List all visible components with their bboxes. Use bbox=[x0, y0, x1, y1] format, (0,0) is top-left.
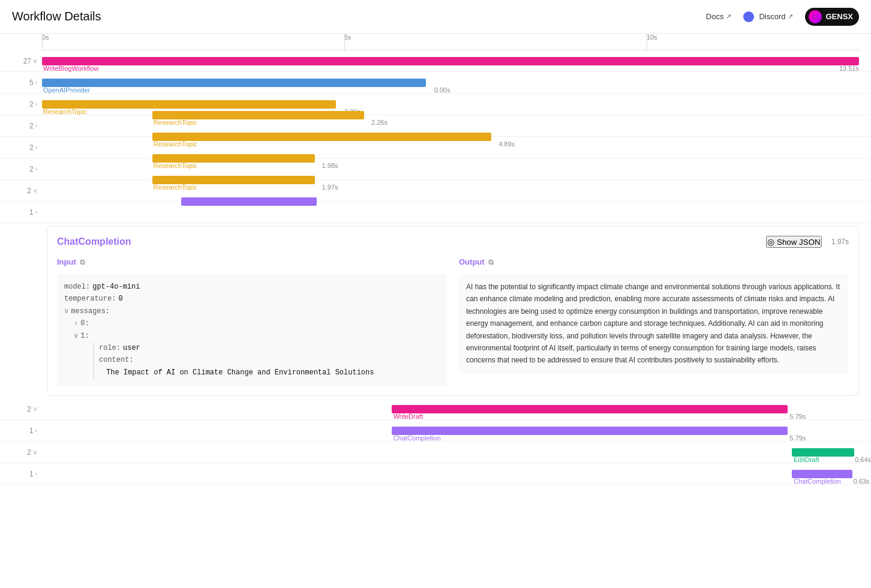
row-edit-draft[interactable]: 2 ∨ EditDraft 0.64s bbox=[0, 442, 871, 463]
eye-icon: ◎ bbox=[767, 237, 774, 247]
bar-duration-openai: 0.00s bbox=[434, 86, 450, 94]
docs-link[interactable]: Docs ↗ bbox=[706, 12, 732, 21]
input-content: model: gpt-4o-mini temperature: 0 ∨ mess… bbox=[57, 274, 447, 386]
track-rt5: ResearchTopic 1.97s bbox=[42, 180, 859, 201]
row-label-rt4: 2 › bbox=[0, 165, 42, 173]
chevron-right-icon-cc-wd: › bbox=[35, 427, 37, 434]
detail-panel-title: ChatCompletion bbox=[57, 236, 131, 247]
ruler-10s: 10s bbox=[647, 34, 657, 41]
track-wd: WriteDraft 5.79s bbox=[42, 398, 859, 419]
bar-rt1 bbox=[42, 100, 336, 109]
detail-output-col: Output ⧉ AI has the potential to signifi… bbox=[459, 257, 849, 386]
bar-name-rt4: ResearchTopic bbox=[154, 162, 197, 169]
msg-1: ∨ 1: role: user content: The Impact of bbox=[64, 330, 440, 379]
row-label-openai: 5 › bbox=[0, 79, 42, 87]
output-header: Output ⧉ bbox=[459, 257, 849, 266]
detail-panel: ChatCompletion ◎ Show JSON 1.97s Input ⧉… bbox=[47, 226, 859, 396]
app-header: Workflow Details Docs ↗ Discord ↗ GENSX bbox=[0, 0, 871, 34]
row-label-cc-sub: 1 › bbox=[0, 208, 42, 217]
msg-0: › 0: bbox=[64, 317, 440, 329]
chevron-down-icon-ed: ∨ bbox=[33, 449, 37, 455]
chevron-down-icon: ∨ bbox=[33, 58, 37, 64]
row-research-topic-3[interactable]: 2 › ResearchTopic 4.89s bbox=[0, 137, 871, 158]
row-openai-provider[interactable]: 5 › OpenAIProvider 0.00s bbox=[0, 72, 871, 94]
chevron-right-icon-cc: › bbox=[35, 209, 37, 215]
copy-icon-input[interactable]: ⧉ bbox=[80, 258, 85, 266]
row-label-cc-ed: 1 › bbox=[0, 470, 42, 478]
input-header: Input ⧉ bbox=[57, 257, 447, 266]
detail-input-col: Input ⧉ model: gpt-4o-mini temperature: … bbox=[57, 257, 447, 386]
bar-duration-cc-ed: 0.63s bbox=[853, 478, 869, 485]
bar-openai bbox=[42, 79, 426, 87]
bar-duration-rt2: 2.26s bbox=[371, 119, 388, 126]
bar-duration-write-blog: 13.51s bbox=[839, 65, 859, 72]
bar-duration-wd: 5.79s bbox=[789, 413, 806, 420]
model-field: model: gpt-4o-mini bbox=[64, 281, 440, 293]
discord-icon bbox=[743, 11, 754, 22]
output-content: AI has the potential to significantly im… bbox=[459, 274, 849, 374]
chevron-down-icon-wd: ∨ bbox=[33, 406, 37, 412]
chevron-right-icon-rt4: › bbox=[35, 166, 37, 172]
chevron-right-icon-rt1: › bbox=[35, 101, 37, 107]
timeline-container: 0s 5s 10s 27 ∨ WriteBlogWorkflow 13.51s … bbox=[0, 34, 871, 497]
row-label-cc-wd: 1 › bbox=[0, 427, 42, 435]
row-chat-completion-sub[interactable]: 1 › bbox=[0, 202, 871, 223]
bar-rt3 bbox=[152, 133, 492, 141]
bar-name-wd: WriteDraft bbox=[394, 413, 423, 420]
track-ed: EditDraft 0.64s bbox=[42, 442, 859, 463]
detail-columns: Input ⧉ model: gpt-4o-mini temperature: … bbox=[57, 257, 849, 386]
bar-rt4 bbox=[152, 154, 315, 163]
msg-1-fields: role: user content: The Impact of AI on … bbox=[93, 342, 440, 379]
row-label-wd: 2 ∨ bbox=[0, 405, 42, 413]
temperature-field: temperature: 0 bbox=[64, 293, 440, 305]
row-research-topic-4[interactable]: 2 › ResearchTopic 1.98s bbox=[0, 158, 871, 180]
bar-name-rt3: ResearchTopic bbox=[154, 140, 197, 148]
external-link-icon: ↗ bbox=[726, 13, 731, 20]
row-write-blog-workflow[interactable]: 27 ∨ WriteBlogWorkflow 13.51s bbox=[0, 50, 871, 72]
discord-link[interactable]: Discord ↗ bbox=[743, 11, 793, 22]
row-label-write-blog: 27 ∨ bbox=[0, 57, 42, 65]
chevron-right-icon-rt3: › bbox=[35, 144, 37, 151]
bar-name-rt1: ResearchTopic bbox=[43, 108, 87, 115]
chevron-right-icon-cc-ed: › bbox=[35, 470, 37, 477]
bar-duration-rt5: 1.97s bbox=[322, 184, 338, 191]
track-write-blog: WriteBlogWorkflow 13.51s bbox=[42, 50, 859, 71]
bar-duration-rt3: 4.89s bbox=[498, 140, 515, 148]
copy-icon-output[interactable]: ⧉ bbox=[488, 258, 494, 266]
bar-rt5 bbox=[152, 176, 315, 184]
external-link-icon-2: ↗ bbox=[788, 13, 793, 20]
bar-name-rt5: ResearchTopic bbox=[154, 184, 197, 191]
row-label-rt3: 2 › bbox=[0, 143, 42, 152]
gensx-badge[interactable]: GENSX bbox=[805, 8, 859, 26]
bar-cc-sub bbox=[181, 197, 317, 206]
header-nav: Docs ↗ Discord ↗ GENSX bbox=[706, 8, 859, 26]
ruler-0s: 0s bbox=[42, 34, 49, 41]
bar-name-ed: EditDraft bbox=[794, 456, 819, 463]
track-cc-wd: ChatCompletion 5.79s bbox=[42, 420, 859, 441]
bar-name-cc-wd: ChatCompletion bbox=[394, 434, 441, 442]
chevron-right-icon-rt2: › bbox=[35, 122, 37, 129]
messages-field: ∨ messages: bbox=[64, 305, 440, 317]
bar-name-rt2: ResearchTopic bbox=[154, 119, 197, 126]
row-write-draft[interactable]: 2 ∨ WriteDraft 5.79s bbox=[0, 398, 871, 420]
row-label-ed: 2 ∨ bbox=[0, 448, 42, 457]
bar-name-write-blog: WriteBlogWorkflow bbox=[43, 65, 99, 72]
bar-rt2 bbox=[152, 111, 364, 119]
track-cc-ed: ChatCompletion 0.63s bbox=[42, 463, 859, 484]
bar-duration-rt4: 1.98s bbox=[322, 162, 338, 169]
show-json-button[interactable]: ◎ Show JSON bbox=[766, 236, 822, 248]
row-label-rt5: 2 ∨ bbox=[0, 187, 42, 195]
row-research-topic-5[interactable]: 2 ∨ ResearchTopic 1.97s bbox=[0, 180, 871, 202]
track-cc-sub bbox=[42, 202, 859, 223]
row-cc-editdraft[interactable]: 1 › ChatCompletion 0.63s bbox=[0, 463, 871, 485]
row-label-rt2: 2 › bbox=[0, 122, 42, 130]
content-val: The Impact of AI on Climate Change and E… bbox=[99, 367, 440, 379]
bar-write-draft bbox=[392, 405, 788, 413]
bar-edit-draft bbox=[792, 448, 854, 457]
row-cc-writedraft[interactable]: 1 › ChatCompletion 5.79s bbox=[0, 420, 871, 442]
bar-cc-wd bbox=[392, 427, 788, 435]
bar-name-openai: OpenAIProvider bbox=[43, 86, 90, 94]
row-research-topic-1[interactable]: 2 › ResearchTopic 2.86s bbox=[0, 94, 871, 115]
bar-write-blog bbox=[42, 57, 859, 65]
chevron-right-icon: › bbox=[35, 79, 37, 86]
